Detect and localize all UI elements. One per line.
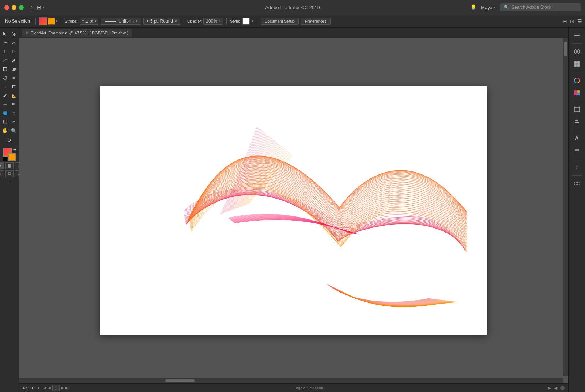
zoom-tool[interactable]: 🔍 <box>10 127 18 135</box>
user-area[interactable]: Maya ▾ <box>481 5 496 10</box>
svg-marker-1 <box>12 32 15 36</box>
fill-stroke-dropdown[interactable]: ▾ <box>56 19 58 23</box>
eyedropper-tool[interactable] <box>1 91 9 99</box>
area-type-tool[interactable]: T⁻ <box>10 48 18 56</box>
background-color[interactable] <box>8 153 16 161</box>
minimize-button[interactable] <box>12 5 16 10</box>
home-icon[interactable]: ⌂ <box>30 4 33 11</box>
svg-point-31 <box>578 107 580 108</box>
fill-color-mode[interactable]: ■ <box>0 162 4 169</box>
scrollbar-horizontal[interactable] <box>19 378 563 383</box>
document-setup-button[interactable]: Document Setup <box>261 18 299 25</box>
tools-more-button[interactable]: ... <box>6 178 13 184</box>
status-extras: ▶ ◀ <box>548 385 565 391</box>
panels-icon[interactable]: ☰ <box>577 18 582 24</box>
arrange-icon[interactable]: ⊞ <box>563 18 567 24</box>
fill-gradient-mode[interactable]: ▓ <box>5 162 14 169</box>
direct-select-tool[interactable] <box>10 30 18 38</box>
width-tool[interactable]: ↔ <box>1 83 9 91</box>
style-swatch[interactable] <box>242 18 250 25</box>
page-number[interactable]: 1 <box>52 385 60 391</box>
next-page-btn[interactable]: ▶ <box>61 386 64 390</box>
rotate-tool[interactable] <box>1 74 9 82</box>
draw-behind-mode[interactable]: ☐ <box>5 170 14 177</box>
svg-rect-4 <box>3 68 7 71</box>
warp-tool[interactable] <box>10 74 18 82</box>
measure-tool[interactable]: 📐 <box>10 91 18 99</box>
export-icon[interactable] <box>572 59 582 69</box>
free-transform-tool[interactable] <box>10 83 18 91</box>
pen-tool[interactable] <box>1 39 9 47</box>
align-icon[interactable] <box>572 117 582 127</box>
status-nav-arrow[interactable]: ◀ <box>554 385 557 391</box>
panel-sep-2 <box>572 72 582 72</box>
live-paint-select-tool[interactable]: ⊡ <box>10 109 18 117</box>
canvas-viewport[interactable] <box>19 38 568 383</box>
zoom-dropdown-arrow[interactable]: ▾ <box>38 386 39 390</box>
search-icon: 💡 <box>470 4 476 10</box>
paintbrush-tool[interactable] <box>10 56 18 64</box>
stroke-value-field[interactable]: ▲ ▼ 1 pt ▾ <box>80 18 98 25</box>
first-page-btn[interactable]: |◀ <box>42 386 46 390</box>
slice-tool[interactable]: ✂ <box>10 118 18 126</box>
paragraph-icon[interactable] <box>572 146 582 156</box>
titlebar-right: 💡 Maya ▾ 🔍 Search Adobe Stock <box>470 3 581 11</box>
line-tool[interactable] <box>1 56 9 64</box>
hand-tool[interactable]: ✋ <box>1 127 9 135</box>
brush-preset-selector[interactable]: 5 pt. Round ▾ <box>143 18 180 25</box>
playback-btn[interactable]: ▶ <box>548 385 551 391</box>
curvature-tool[interactable] <box>10 39 18 47</box>
artboard-tool[interactable] <box>1 118 9 126</box>
color-swatches: ⇄ <box>3 148 16 161</box>
color-wheel-icon[interactable] <box>572 75 582 86</box>
shape-builder-tool[interactable] <box>10 65 18 73</box>
select-tool[interactable] <box>1 30 9 38</box>
transform-icon[interactable] <box>572 104 582 114</box>
app-title: Adobe Illustrator CC 2019 <box>265 5 320 10</box>
scrollbar-horizontal-thumb[interactable] <box>165 379 195 382</box>
type-tool[interactable]: T <box>1 48 9 56</box>
panel-sep-1 <box>572 43 582 44</box>
swap-colors-icon[interactable]: ⇄ <box>13 148 16 151</box>
stroke-up-arrow[interactable]: ▲ <box>82 19 84 21</box>
opentype-icon[interactable]: f <box>572 162 582 172</box>
rect-tool[interactable] <box>1 65 9 73</box>
svg-point-2 <box>6 42 7 43</box>
stroke-profile-selector[interactable]: Uniform ▾ <box>101 18 141 25</box>
style-dropdown-arrow[interactable]: ▾ <box>252 19 254 23</box>
draw-inside-mode[interactable]: ⊡ <box>15 170 19 177</box>
opacity-value-field[interactable]: 100% > <box>203 18 223 25</box>
workspace-switcher[interactable]: ⊞ ▾ <box>37 4 45 10</box>
tab-close-icon[interactable]: ✕ <box>26 31 29 35</box>
default-colors-icon[interactable] <box>3 157 7 161</box>
stroke-color-swatch[interactable] <box>48 18 55 25</box>
document-tab[interactable]: ✕ BlendArt_Example.ai @ 47.58% ( RGB/GPU… <box>22 29 132 37</box>
rotate-view-tool[interactable]: ↺ <box>5 136 14 144</box>
search-stock-area[interactable]: 🔍 Search Adobe Stock <box>500 3 581 11</box>
preferences-button[interactable]: Preferences <box>301 18 331 25</box>
swatches-icon[interactable] <box>572 88 582 98</box>
scrollbar-vertical-thumb[interactable] <box>564 42 567 56</box>
selection-tools-row <box>0 30 19 38</box>
stroke-down-arrow[interactable]: ▼ <box>82 22 84 24</box>
fill-color-swatch[interactable] <box>39 17 47 25</box>
fill-none-mode[interactable]: ∅ <box>15 162 19 169</box>
opacity-toggle-btn[interactable]: > <box>219 19 220 23</box>
draw-normal-mode[interactable]: □ <box>0 170 4 177</box>
layers-icon[interactable] <box>572 30 582 40</box>
gradient-tool[interactable] <box>10 100 18 108</box>
align-icon[interactable]: ⊡ <box>570 18 574 24</box>
prev-page-btn[interactable]: ◀ <box>48 386 51 390</box>
stroke-unit-dropdown[interactable]: ▾ <box>95 19 97 23</box>
gradient-mesh-tool[interactable] <box>1 100 9 108</box>
close-button[interactable] <box>4 5 9 10</box>
character-icon[interactable]: A <box>572 133 582 143</box>
last-page-btn[interactable]: ▶| <box>65 386 69 390</box>
cc-icon[interactable]: CC <box>572 178 582 189</box>
properties-icon[interactable] <box>572 46 582 57</box>
maximize-button[interactable] <box>19 5 24 10</box>
live-paint-tool[interactable]: 🪣 <box>1 109 9 117</box>
scrollbar-vertical[interactable] <box>563 38 568 376</box>
eraser-tools-row: ↔ <box>0 83 19 91</box>
eyedropper-tools-row: 📐 <box>0 91 19 99</box>
